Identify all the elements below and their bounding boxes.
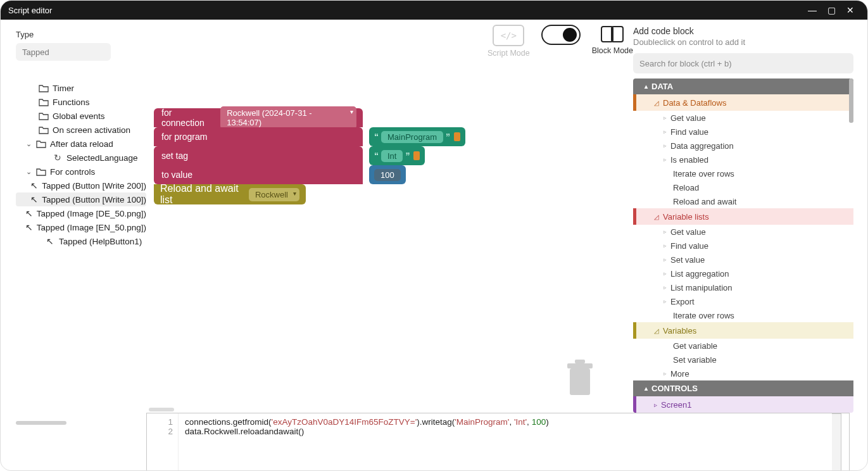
tag-value[interactable]: Int [381, 150, 403, 162]
leaf-data-aggregation[interactable]: ▹Data aggregation [633, 139, 853, 153]
block-to-value[interactable]: to value 100 [154, 165, 363, 184]
tree-functions[interactable]: Functions [16, 95, 146, 109]
line-gutter: 12 [147, 413, 179, 471]
leaf-vl-find[interactable]: ▹Find value [633, 239, 853, 253]
close-window-button[interactable]: ✕ [841, 5, 860, 15]
leaf-vl-export[interactable]: ▹Export [633, 294, 853, 308]
category-data[interactable]: ▴DATA [633, 78, 853, 94]
leaf-vl-iter[interactable]: Iterate over rows [633, 308, 853, 322]
palette-title: Add code block [633, 26, 853, 36]
leaf-find-value[interactable]: ▹Find value [633, 125, 853, 139]
tree-item-label: SelectedLanguage [66, 153, 138, 163]
code-vscroll[interactable] [832, 413, 841, 471]
resize-handle[interactable] [149, 408, 174, 411]
tree-item-label: Tapped (Button [Write 100]) [42, 195, 146, 204]
tree-item-label: For controls [50, 167, 95, 177]
folder-icon [39, 125, 49, 134]
sub-screen1[interactable]: ▹Screen1 [633, 396, 853, 413]
puzzle-icon [599, 25, 626, 44]
tri-icon: ▹ [664, 156, 667, 163]
connector-nub [413, 151, 420, 160]
leaf-reload[interactable]: Reload [633, 180, 853, 194]
leaf-var-more[interactable]: ▹More [633, 367, 853, 380]
minimize-button[interactable]: — [803, 5, 822, 15]
sub-label: Variables [663, 326, 696, 336]
code-editor[interactable]: 12 connections.getfromid('exAyTzOahV0aDY… [146, 413, 850, 471]
tri-icon: ▹ [664, 229, 667, 235]
block-reload-await[interactable]: Reload and await list Rockwell [154, 184, 306, 204]
tree-timer[interactable]: Timer [16, 81, 146, 95]
category-label: CONTROLS [651, 384, 698, 393]
tri-icon: ▹ [664, 298, 667, 305]
leaf-var-get[interactable]: Get variable [633, 339, 853, 353]
connector-nub [454, 132, 460, 141]
tri-icon: ▹ [664, 129, 667, 135]
triangle-up-icon: ▴ [645, 83, 648, 90]
tree-after-data-reload[interactable]: ⌄After data reload [16, 137, 146, 151]
sub-label: Variable lists [663, 212, 709, 222]
leaf-get-value[interactable]: ▹Get value [633, 111, 853, 125]
cursor-icon: ↖ [25, 222, 33, 232]
tree-on-screen-activation[interactable]: On screen activation [16, 123, 146, 137]
leaf-reload-await[interactable]: Reload and await [633, 194, 853, 208]
script-editor-window: Script editor — ▢ ✕ Type Timer Functions… [0, 0, 868, 471]
folder-icon [36, 139, 46, 148]
program-value-block[interactable]: “ MainProgram ” [369, 127, 465, 146]
sub-data-dataflows[interactable]: ◿Data & Dataflows [633, 94, 853, 111]
cursor-icon: ↖ [25, 208, 33, 218]
code-preview-area: 12 connections.getfromid('exAyTzOahV0aDY… [146, 413, 867, 471]
tag-value-block[interactable]: “ Int ” [369, 146, 425, 165]
leaf-is-enabled[interactable]: ▹Is enabled [633, 153, 853, 166]
tree-tapped-en50[interactable]: ↖Tapped (Image [EN_50.png]) [16, 220, 146, 234]
tree-tapped-help[interactable]: ↖Tapped (HelpButton1) [16, 234, 146, 248]
category-label: DATA [651, 82, 673, 91]
tree-tapped-write100[interactable]: ↖Tapped (Button [Write 100]) [16, 192, 146, 206]
number-value-block[interactable]: 100 [369, 165, 406, 184]
leaf-vl-get[interactable]: ▹Get value [633, 225, 853, 239]
sub-variable-lists[interactable]: ◿Variable lists [633, 208, 853, 225]
palette-hint: Doubleclick on control to add it [633, 37, 853, 47]
tree-selected-language[interactable]: ↻SelectedLanguage [16, 151, 146, 165]
block-stack[interactable]: for connection Rockwell (2024-07-31 - 13… [154, 108, 363, 204]
block-set-tag[interactable]: set tag “ Int ” [154, 146, 363, 165]
leaf-vl-listmanip[interactable]: ▹List manipulation [633, 280, 853, 294]
tri-icon: ▹ [664, 115, 667, 121]
leaf-vl-listagg[interactable]: ▹List aggregation [633, 267, 853, 280]
leaf-vl-set[interactable]: ▹Set value [633, 253, 853, 267]
block-label: for program [161, 132, 207, 142]
svg-rect-2 [575, 360, 585, 363]
mode-toggle[interactable] [541, 25, 581, 45]
maximize-button[interactable]: ▢ [822, 5, 841, 15]
trash-icon[interactable] [565, 360, 595, 400]
block-label: for connection [161, 108, 215, 128]
block-canvas[interactable]: </> Script Mode Block Mode for connectio… [146, 20, 633, 413]
category-controls[interactable]: ▴CONTROLS [633, 380, 853, 396]
script-mode-cell: </> Script Mode [487, 25, 530, 58]
block-search-input[interactable]: Search for block (ctrl + b) [633, 53, 853, 73]
chevron-down-icon: ⌄ [25, 168, 32, 176]
quote-icon: “ [374, 132, 379, 142]
tree-global-events[interactable]: Global events [16, 109, 146, 123]
window-title: Script editor [8, 6, 52, 15]
reload-target-dropdown[interactable]: Rockwell [249, 188, 299, 201]
leaf-var-set[interactable]: Set variable [633, 353, 853, 367]
block-for-program[interactable]: for program “ MainProgram ” [154, 127, 363, 146]
tri-icon: ▹ [664, 242, 667, 249]
connection-dropdown[interactable]: Rockwell (2024-07-31 - 13:54:07) [220, 106, 356, 129]
tree-hscroll[interactable] [16, 421, 136, 425]
quote-icon: ” [446, 132, 450, 142]
tree-for-controls[interactable]: ⌄For controls [16, 165, 146, 179]
tree-tapped-write200[interactable]: ↖Tapped (Button [Write 200]) [16, 179, 146, 192]
palette-scrollbar[interactable] [849, 78, 853, 123]
program-value[interactable]: MainProgram [381, 131, 443, 143]
leaf-iterate-rows[interactable]: Iterate over rows [633, 166, 853, 180]
type-input[interactable] [16, 43, 111, 61]
sub-variables[interactable]: ◿Variables [633, 322, 853, 339]
block-for-connection[interactable]: for connection Rockwell (2024-07-31 - 13… [154, 108, 363, 127]
tree-item-label: Tapped (Image [EN_50.png]) [37, 223, 146, 232]
palette-list[interactable]: ▴DATA ◿Data & Dataflows ▹Get value ▹Find… [633, 78, 853, 413]
tree-tapped-de50[interactable]: ↖Tapped (Image [DE_50.png]) [16, 206, 146, 220]
number-value[interactable]: 100 [374, 169, 401, 181]
code-content: connections.getfromid('exAyTzOahV0aDY14I… [179, 413, 549, 471]
folder-icon [36, 167, 46, 176]
